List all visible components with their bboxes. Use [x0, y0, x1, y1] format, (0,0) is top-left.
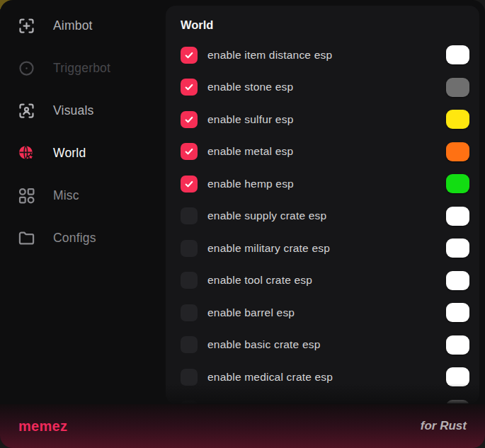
- checkbox-unchecked[interactable]: [181, 272, 198, 289]
- globe-star-icon: [17, 144, 36, 163]
- sidebar-item-aimbot[interactable]: Aimbot: [7, 4, 166, 47]
- color-swatch[interactable]: [446, 45, 469, 64]
- crosshair-scan-icon: [17, 16, 36, 35]
- checkbox-unchecked[interactable]: [181, 240, 198, 257]
- checkbox-unchecked[interactable]: [181, 336, 198, 353]
- setting-row: enable military crate esp: [181, 232, 469, 265]
- setting-row: enable item distance esp: [181, 39, 469, 71]
- sidebar-item-world[interactable]: World: [7, 132, 166, 174]
- shapes-grid-icon: [17, 186, 36, 205]
- setting-label: enable item distance esp: [207, 49, 332, 62]
- world-settings-panel: World enable item distance espenable sto…: [166, 6, 479, 403]
- setting-row: enable sulfur esp: [181, 103, 469, 136]
- sidebar-item-triggerbot[interactable]: Triggerbot: [7, 47, 166, 89]
- setting-label: enable supply crate esp: [207, 209, 326, 222]
- brand-label: memez: [18, 418, 67, 435]
- sidebar-item-label: Misc: [53, 188, 79, 203]
- sidebar-item-label: Visuals: [53, 103, 94, 118]
- setting-label: enable medical crate esp: [207, 371, 333, 384]
- setting-row: enable metal esp: [181, 136, 469, 168]
- circle-dot-icon: [17, 59, 36, 78]
- sidebar-item-label: Triggerbot: [53, 61, 110, 76]
- setting-label: enable sulfur esp: [207, 113, 293, 126]
- settings-list: enable item distance espenable stone esp…: [181, 39, 469, 403]
- checkbox-unchecked[interactable]: [181, 401, 198, 403]
- page-title: World: [181, 16, 469, 33]
- sidebar-item-configs[interactable]: Configs: [7, 217, 166, 259]
- folder-icon: [17, 229, 36, 248]
- color-swatch[interactable]: [446, 110, 469, 129]
- setting-row: enable barrel esp: [181, 297, 469, 329]
- checkbox-checked[interactable]: [181, 47, 198, 64]
- checkbox-unchecked[interactable]: [181, 207, 198, 224]
- color-swatch[interactable]: [446, 400, 469, 403]
- checkbox-unchecked[interactable]: [181, 369, 198, 386]
- color-swatch[interactable]: [446, 303, 469, 322]
- setting-row: enable hemp esp: [181, 168, 469, 200]
- checkbox-checked[interactable]: [181, 176, 198, 193]
- color-swatch[interactable]: [446, 367, 469, 386]
- setting-label: enable tool crate esp: [207, 274, 312, 287]
- sidebar: AimbotTriggerbotVisualsWorldMiscConfigs: [7, 4, 166, 259]
- sidebar-item-visuals[interactable]: Visuals: [7, 89, 166, 132]
- color-swatch[interactable]: [446, 207, 469, 226]
- footer: memez for Rust: [0, 404, 485, 448]
- color-swatch[interactable]: [446, 174, 469, 193]
- setting-label: enable metal esp: [207, 145, 293, 158]
- setting-row: [181, 394, 469, 404]
- color-swatch[interactable]: [446, 78, 469, 97]
- sidebar-item-misc[interactable]: Misc: [7, 174, 166, 217]
- sidebar-item-label: Aimbot: [53, 18, 93, 33]
- setting-row: enable basic crate esp: [181, 329, 469, 362]
- checkbox-checked[interactable]: [181, 143, 198, 160]
- sidebar-item-label: World: [53, 146, 86, 161]
- setting-row: enable tool crate esp: [181, 265, 469, 297]
- setting-label: enable basic crate esp: [207, 338, 321, 351]
- setting-label: enable stone esp: [207, 81, 293, 93]
- color-swatch[interactable]: [446, 271, 469, 290]
- setting-label: enable military crate esp: [207, 242, 330, 255]
- setting-row: enable stone esp: [181, 71, 469, 104]
- checkbox-checked[interactable]: [181, 79, 198, 96]
- color-swatch[interactable]: [446, 335, 469, 355]
- scan-face-icon: [17, 101, 36, 120]
- tagline-label: for Rust: [421, 419, 467, 433]
- setting-label: enable hemp esp: [207, 178, 294, 190]
- color-swatch[interactable]: [446, 239, 469, 258]
- cheat-menu-window: AimbotTriggerbotVisualsWorldMiscConfigs …: [0, 0, 485, 448]
- setting-label: enable barrel esp: [207, 306, 295, 319]
- checkbox-checked[interactable]: [181, 111, 198, 128]
- sidebar-item-label: Configs: [53, 231, 96, 246]
- setting-row: enable medical crate esp: [181, 361, 469, 394]
- color-swatch[interactable]: [446, 142, 469, 161]
- checkbox-unchecked[interactable]: [181, 304, 198, 321]
- setting-row: enable supply crate esp: [181, 200, 469, 233]
